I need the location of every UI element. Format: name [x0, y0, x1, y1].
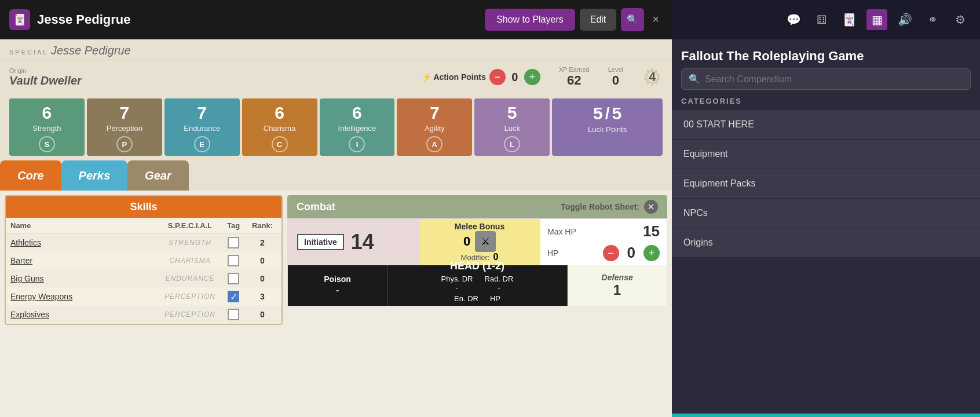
combat-header: Combat Toggle Robot Sheet: ✕: [287, 195, 667, 218]
poison-row: Poison - HEAD (1-2) Phys. DR -: [288, 265, 667, 306]
skill-checkbox-big-guns[interactable]: [228, 273, 239, 284]
combat-label: Combat: [297, 201, 335, 213]
skill-special-energy-weapons: PERCEPTION: [161, 292, 219, 301]
poison-box: Poison -: [288, 265, 387, 306]
toggle-robot-label: Toggle Robot Sheet:: [561, 202, 639, 211]
skill-name-energy-weapons[interactable]: Energy Weapons: [10, 292, 161, 301]
header-search-button[interactable]: 🔍: [621, 8, 644, 31]
edit-button[interactable]: Edit: [580, 9, 617, 31]
close-button[interactable]: ×: [649, 9, 663, 30]
ap-value: 0: [509, 71, 521, 84]
tab-perks[interactable]: Perks: [61, 160, 128, 191]
skill-checkbox-energy-weapons[interactable]: ✓: [228, 291, 239, 302]
skill-tag-athletics: [219, 237, 248, 248]
character-name-top: Jesse Pedigrue: [51, 44, 131, 57]
melee-icon: ⚔: [475, 231, 496, 252]
skills-header: Skills: [6, 196, 281, 218]
stat-box-perception[interactable]: 7 Perception P: [87, 98, 162, 156]
luck-value: 5: [507, 104, 517, 122]
intelligence-label: Intelligence: [338, 124, 376, 133]
skill-special-athletics: STRENGTH: [161, 239, 219, 247]
skill-checkbox-athletics[interactable]: [228, 237, 239, 248]
skills-panel: Skills Name S.P.E.C.I.A.L Tag Rank: Athl…: [5, 195, 283, 325]
sound-icon[interactable]: 🔊: [894, 9, 915, 30]
stat-box-intelligence[interactable]: 6 Intelligence I: [320, 98, 395, 156]
perception-badge: P: [116, 136, 133, 152]
ap-decrease-button[interactable]: −: [489, 69, 506, 85]
level-value: 0: [612, 73, 619, 88]
endurance-badge: E: [194, 136, 210, 152]
category-start-here[interactable]: 00 START HERE: [672, 110, 980, 140]
skill-tag-big-guns: [219, 273, 248, 284]
skill-name-explosives[interactable]: Explosives: [10, 310, 161, 319]
toggle-robot-close[interactable]: ✕: [644, 200, 658, 214]
stat-box-charisma[interactable]: 6 Charisma C: [242, 98, 317, 156]
skill-rank-barter: 0: [248, 256, 277, 265]
hp-increase-button[interactable]: +: [643, 245, 660, 261]
category-origins[interactable]: Origins: [672, 228, 980, 258]
skill-rank-explosives: 0: [248, 310, 277, 319]
hp-decrease-button[interactable]: −: [603, 245, 619, 261]
melee-bonus-value: 0: [463, 234, 470, 249]
hp-section: Max HP 15 HP − 0 +: [540, 219, 667, 265]
character-name-header: Jesse Pedigrue: [37, 12, 485, 27]
header-bar: 🃏 Jesse Pedigrue Show to Players Edit 🔍 …: [0, 0, 672, 39]
category-equipment-packs[interactable]: Equipment Packs: [672, 169, 980, 199]
origin-section: Origin Vault Dweller: [9, 67, 82, 87]
bottom-section: Skills Name S.P.E.C.I.A.L Tag Rank: Athl…: [0, 191, 672, 330]
skill-rank-athletics: 2: [248, 238, 277, 247]
skill-row-big-guns: Big Guns ENDURANCE 0: [6, 270, 281, 288]
settings-icon[interactable]: ⚙: [950, 9, 971, 30]
skill-rank-big-guns: 0: [248, 274, 277, 283]
skills-column-headers: Name S.P.E.C.I.A.L Tag Rank:: [6, 218, 281, 234]
stat-box-luck[interactable]: 5 Luck L: [474, 98, 550, 156]
skill-checkbox-explosives[interactable]: [228, 309, 239, 320]
sheet-content: SPECIAL Jesse Pedigrue Origin Vault Dwel…: [0, 39, 672, 417]
tab-core[interactable]: Core: [0, 160, 61, 191]
luck-points-label: Luck Points: [588, 125, 627, 134]
skill-row-athletics: Athletics STRENGTH 2: [6, 234, 281, 252]
skill-rank-energy-weapons: 3: [248, 292, 277, 301]
tab-gear[interactable]: Gear: [127, 160, 189, 191]
chat-icon[interactable]: 💬: [783, 9, 804, 30]
special-label: SPECIAL: [9, 49, 48, 56]
show-to-players-button[interactable]: Show to Players: [485, 9, 575, 31]
skill-name-big-guns[interactable]: Big Guns: [10, 274, 161, 283]
initiative-row: Initiative 14 Melee Bonus 0 ⚔ Modifier: [288, 219, 667, 265]
category-npcs[interactable]: NPCs: [672, 199, 980, 228]
col-tag-header: Tag: [219, 221, 248, 230]
users-icon[interactable]: ⚭: [922, 9, 943, 30]
category-equipment[interactable]: Equipment: [672, 140, 980, 169]
grid-icon[interactable]: ▦: [866, 9, 887, 30]
col-name-header: Name: [10, 221, 161, 230]
stat-box-agility[interactable]: 7 Agility A: [397, 98, 472, 156]
phys-dr: Phys. DR -: [441, 275, 473, 292]
skill-name-barter[interactable]: Barter: [10, 256, 161, 265]
skill-name-athletics[interactable]: Athletics: [10, 238, 161, 247]
stat-box-strength[interactable]: 6 Strength S: [9, 98, 85, 156]
ap-increase-button[interactable]: +: [524, 69, 540, 85]
character-sheet: 🃏 Jesse Pedigrue Show to Players Edit 🔍 …: [0, 0, 672, 417]
level-label: Level: [608, 66, 623, 73]
tab-bar: Core Perks Gear: [0, 160, 672, 191]
app-logo: 🃏: [9, 9, 30, 30]
en-dr: En. DR -: [454, 294, 478, 312]
skill-special-big-guns: ENDURANCE: [161, 275, 219, 283]
special-boxes: 6 Strength S 7 Perception P 7 Endurance …: [0, 94, 672, 160]
combat-content: Initiative 14 Melee Bonus 0 ⚔ Modifier: [287, 218, 667, 306]
max-hp-value: 15: [643, 222, 660, 240]
dice-icon[interactable]: ⚅: [811, 9, 832, 30]
stat-box-endurance[interactable]: 7 Endurance E: [164, 98, 240, 156]
skill-checkbox-barter[interactable]: [228, 255, 239, 266]
defense-value: 1: [613, 282, 621, 298]
hp-loc: HP -: [490, 294, 500, 312]
cards-icon[interactable]: 🃏: [839, 9, 860, 30]
poison-value: -: [335, 284, 339, 297]
stat-box-luck-points[interactable]: 5 / 5 Luck Points: [552, 98, 663, 156]
head-location-box: HEAD (1-2) Phys. DR - Rad. DR -: [387, 265, 568, 306]
melee-bonus-label: Melee Bonus: [455, 222, 504, 231]
action-points-section: ⚡ Action Points − 0 +: [422, 69, 540, 85]
origin-value: Vault Dweller: [9, 74, 82, 87]
search-input[interactable]: [705, 74, 963, 85]
compendium-title: Fallout The Roleplaying Game: [672, 39, 980, 68]
